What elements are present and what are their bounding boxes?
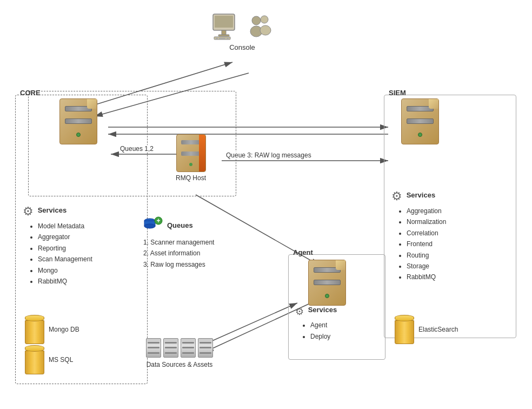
svg-point-26	[144, 224, 155, 228]
core-service-5: Mongo	[38, 265, 92, 276]
ds-unit-4	[198, 338, 213, 358]
rmq-accent	[199, 135, 205, 171]
queue-icon-area: + Queues 1. Scanner management 2. Asset …	[143, 216, 214, 270]
cyl-top-mongo	[25, 315, 44, 321]
core-service-6: RabbitMQ	[38, 276, 92, 287]
agent-gear-icon: ⚙	[295, 306, 304, 318]
svg-rect-19	[227, 38, 229, 39]
queue-item-2: 2. Asset information	[143, 248, 214, 259]
agent-server	[308, 260, 346, 306]
siem-services: ⚙ Services Aggregation Normalization Cor…	[391, 189, 446, 283]
ds-unit-2	[163, 338, 178, 358]
core-services: ⚙ Services Model Metadata Aggregator Rep…	[23, 205, 92, 287]
siem-slot-2	[407, 118, 434, 124]
rmq-dot	[189, 163, 192, 166]
console-label: Console	[229, 43, 255, 51]
ds-unit-3	[181, 338, 196, 358]
siem-dot	[418, 133, 422, 137]
svg-text:+: +	[156, 217, 160, 225]
mssql-cylinder: MS SQL	[25, 345, 73, 374]
siem-service-7: RabbitMQ	[407, 272, 446, 282]
queues-title: Queues	[167, 221, 193, 229]
monitor-icon	[211, 10, 242, 41]
svg-line-11	[200, 303, 297, 346]
core-service-2: Aggregator	[38, 232, 92, 242]
queue-item-3: 3. Raw log messages	[143, 259, 214, 270]
ds-unit-1	[146, 338, 161, 358]
agent-services: ⚙ Services Agent Deploy	[295, 306, 337, 342]
rmq-label: RMQ Host	[176, 174, 206, 182]
cyl-body-sql	[25, 351, 44, 374]
agent-title: Agent	[293, 248, 313, 256]
siem-title: SIEM	[389, 89, 406, 97]
agent-dot	[325, 294, 329, 298]
core-services-list: Model Metadata Aggregator Reporting Scan…	[38, 221, 92, 287]
siem-services-title: Services	[407, 191, 436, 199]
ds-cabinet	[146, 338, 213, 358]
svg-rect-14	[222, 30, 226, 35]
agent-slot-2	[314, 280, 341, 285]
core-gear-icon: ⚙	[23, 205, 34, 219]
siem-server-body	[401, 98, 439, 144]
datasources-label: Data Sources & Assets	[147, 361, 213, 368]
siem-service-3: Correlation	[407, 228, 446, 239]
cyl-top-sql	[25, 345, 44, 352]
svg-point-20	[252, 16, 261, 25]
mongo-db-label: Mongo DB	[49, 326, 79, 333]
agent-service-1: Agent	[310, 320, 337, 331]
queue3-label: Queue 3: RAW log messages	[226, 151, 311, 159]
core-service-3: Reporting	[38, 243, 92, 254]
agent-services-list: Agent Deploy	[310, 320, 337, 342]
svg-rect-17	[216, 38, 218, 39]
rmq-server-body	[176, 134, 206, 172]
agent-server-body	[308, 260, 346, 306]
siem-services-list: Aggregation Normalization Correlation Fr…	[407, 206, 446, 283]
siem-service-1: Aggregation	[407, 206, 446, 216]
console-area: Console	[211, 10, 274, 51]
mongo-db-cylinder: Mongo DB	[25, 315, 79, 344]
siem-slot-1	[407, 106, 434, 111]
agent-slot-1	[314, 267, 341, 273]
queues-list: 1. Scanner management 2. Asset informati…	[143, 237, 214, 270]
svg-point-22	[261, 16, 268, 23]
agent-services-title: Services	[308, 306, 337, 314]
core-services-title: Services	[38, 206, 67, 214]
core-service-4: Scan Management	[38, 254, 92, 265]
svg-point-23	[260, 25, 271, 35]
siem-server	[401, 98, 439, 144]
cyl-top-es	[395, 315, 414, 321]
elasticsearch-label: ElasticSearch	[418, 326, 458, 333]
people-icon	[247, 14, 274, 41]
rmq-slot-1	[181, 140, 201, 144]
mssql-label: MS SQL	[49, 356, 73, 364]
siem-service-5: Routing	[407, 250, 446, 261]
siem-service-6: Storage	[407, 261, 446, 272]
datasources-area: Data Sources & Assets	[146, 338, 213, 368]
diagram: Console CORE ⚙ Services Model Metadata A…	[0, 0, 532, 409]
siem-service-2: Normalization	[407, 216, 446, 227]
cyl-body-es	[395, 320, 414, 344]
elasticsearch-cylinder: ElasticSearch	[395, 315, 458, 344]
queue-cylinders-icon: +	[143, 216, 164, 234]
siem-service-4: Frontend	[407, 239, 446, 249]
core-service-1: Model Metadata	[38, 221, 92, 232]
cyl-body-mongo	[25, 320, 44, 344]
queue-item-1: 1. Scanner management	[143, 237, 214, 248]
svg-rect-15	[218, 35, 229, 36]
svg-rect-18	[219, 38, 225, 39]
queues12-label: Queues 1,2	[120, 145, 154, 153]
siem-gear-icon: ⚙	[391, 189, 402, 203]
agent-service-2: Deploy	[310, 331, 337, 342]
rmq-server: RMQ Host	[176, 134, 206, 182]
rmq-slot-2	[181, 151, 201, 156]
svg-rect-13	[215, 16, 233, 28]
